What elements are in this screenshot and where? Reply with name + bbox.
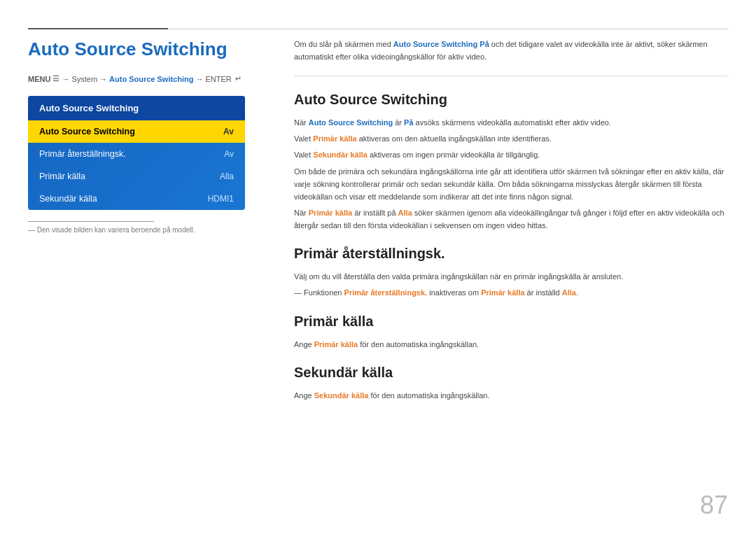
section-primar-aterst: Primär återställningsk. Välj om du vill … — [294, 246, 728, 299]
section-sekundar-kalla: Sekundär källa Ange Sekundär källa för d… — [294, 365, 728, 402]
section3-title: Primär källa — [294, 314, 728, 330]
section2-title: Primär återställningsk. — [294, 246, 728, 262]
tv-menu-item-auto-source[interactable]: Auto Source Switching Av — [28, 120, 245, 143]
section1-title: Auto Source Switching — [294, 92, 728, 108]
right-panel: Om du slår på skärmen med Auto Source Sw… — [294, 38, 728, 506]
tv-menu-item-value: HDMI1 — [208, 194, 234, 204]
footnote-text: ― Den visade bilden kan variera beroende… — [28, 226, 266, 234]
section4-title: Sekundär källa — [294, 365, 728, 381]
highlight-auto-source: Auto Source Switching På — [393, 40, 489, 48]
tv-menu-item-sekundar-kalla[interactable]: Sekundär källa HDMI1 — [28, 188, 245, 210]
tv-menu-item-primar-aterst[interactable]: Primär återställningsk. Av — [28, 143, 245, 165]
tv-menu-item-value: Av — [224, 149, 234, 159]
section-auto-source: Auto Source Switching När Auto Source Sw… — [294, 92, 728, 232]
tv-menu-header: Auto Source Switching — [28, 96, 245, 120]
section1-body: När Auto Source Switching är På avsöks s… — [294, 116, 728, 232]
page-number: 87 — [700, 491, 728, 520]
tv-menu-item-label: Sekundär källa — [39, 194, 97, 204]
breadcrumb-enter: ENTER — [205, 75, 231, 83]
tv-menu-item-label: Auto Source Switching — [39, 127, 135, 136]
breadcrumb-link: Auto Source Switching — [109, 75, 193, 83]
tv-menu-item-primar-kalla[interactable]: Primär källa Alla — [28, 165, 245, 188]
breadcrumb: MENU ☰ → System → Auto Source Switching … — [28, 74, 266, 83]
left-panel: Auto Source Switching MENU ☰ → System → … — [28, 38, 266, 234]
breadcrumb-icon: ☰ — [52, 74, 59, 83]
section3-body: Ange Primär källa för den automatiska in… — [294, 338, 728, 351]
top-line — [28, 28, 728, 29]
section4-body: Ange Sekundär källa för den automatiska … — [294, 389, 728, 402]
intro-text: Om du slår på skärmen med Auto Source Sw… — [294, 38, 728, 76]
tv-menu-item-value: Av — [223, 127, 234, 136]
tv-menu-item-value: Alla — [220, 171, 234, 181]
enter-icon: ↵ — [235, 74, 241, 83]
section-primar-kalla: Primär källa Ange Primär källa för den a… — [294, 314, 728, 351]
tv-menu-item-label: Primär återställningsk. — [39, 149, 126, 159]
breadcrumb-menu: MENU — [28, 75, 50, 83]
tv-menu: Auto Source Switching Auto Source Switch… — [28, 96, 245, 210]
page-title: Auto Source Switching — [28, 38, 266, 60]
footnote-line — [28, 221, 154, 222]
tv-menu-item-label: Primär källa — [39, 171, 85, 181]
breadcrumb-system: System — [71, 75, 97, 83]
section2-body: Välj om du vill återställa den valda pri… — [294, 270, 728, 299]
